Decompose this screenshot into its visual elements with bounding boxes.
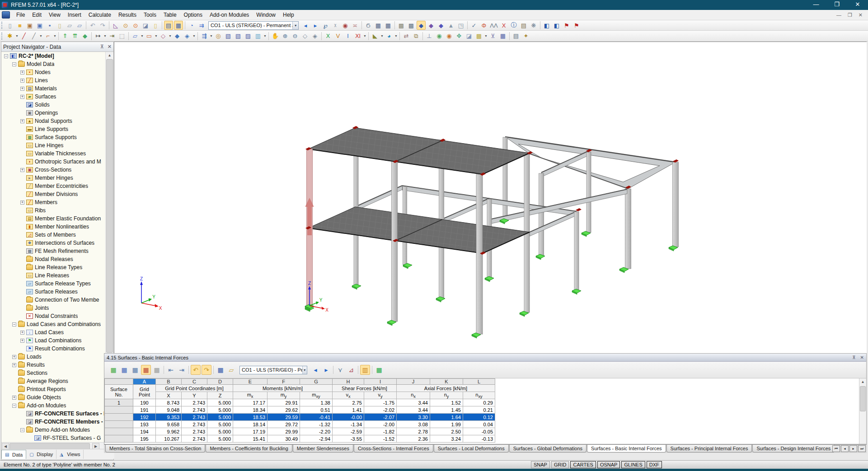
pin-icon[interactable]: ⊼: [852, 355, 855, 360]
tree-item-orthotropic-surfaces-and-m[interactable]: ◗Orthotropic Surfaces and M: [1, 158, 105, 166]
cell[interactable]: 2.743: [182, 421, 207, 428]
doc-icon[interactable]: ▤: [519, 21, 528, 30]
menu-file[interactable]: File: [13, 10, 28, 19]
cell[interactable]: 2.78: [397, 428, 430, 435]
dropdown-arrow-icon[interactable]: ▼: [53, 34, 57, 37]
table-tab-surfaces-design-internal-forces[interactable]: Surfaces - Design Internal Forces: [752, 445, 835, 452]
settings-icon[interactable]: ❋: [529, 21, 538, 30]
row-header[interactable]: [105, 428, 133, 435]
expand-icon[interactable]: +: [20, 119, 24, 123]
quad-icon[interactable]: ◇: [159, 32, 168, 41]
expand-icon[interactable]: +: [12, 396, 16, 400]
cell[interactable]: 2.36: [397, 435, 430, 443]
fe-mesh-icon[interactable]: ▩: [397, 21, 406, 30]
collapse-icon[interactable]: −: [20, 428, 24, 432]
node-select-icon[interactable]: ⇶: [200, 32, 209, 41]
table-row-193[interactable]: 1939.6582.7435.00018.1429.72-1.32-1.34-2…: [105, 421, 495, 428]
expand-icon[interactable]: +: [12, 363, 16, 367]
tree-item-solids[interactable]: ◪Solids: [1, 101, 105, 109]
tree-item-line-hinges[interactable]: ▭Line Hinges: [1, 141, 105, 149]
cell[interactable]: 2.75: [333, 399, 364, 406]
excel-export-icon[interactable]: ▦: [374, 365, 384, 375]
tree-item-lines[interactable]: +╱Lines: [1, 76, 105, 84]
calc-1-icon[interactable]: ◆: [417, 21, 426, 30]
vis-5-icon[interactable]: ◪: [464, 32, 474, 41]
new-file-icon[interactable]: ▯: [5, 21, 14, 30]
collapse-icon[interactable]: −: [12, 322, 16, 326]
select-2-icon[interactable]: ▧: [224, 32, 233, 41]
dim-2-icon[interactable]: ⇥: [108, 32, 117, 41]
max-values-icon[interactable]: ◉: [341, 21, 350, 30]
cell[interactable]: 1.45: [430, 406, 463, 414]
column-letter-F[interactable]: F: [267, 379, 300, 385]
tree-item-load-cases[interactable]: +↓Load Cases: [1, 328, 105, 336]
table-load-case-combo[interactable]: CO1 - ULS (STR/GEO) - Permanent ,▼: [239, 366, 307, 374]
cell[interactable]: 0.21: [463, 406, 495, 414]
menu-insert[interactable]: Insert: [64, 10, 85, 19]
dropdown-arrow-icon[interactable]: ▼: [394, 34, 398, 37]
iso-view-icon[interactable]: ◈: [310, 32, 319, 41]
vis-1-icon[interactable]: ⊥: [425, 32, 434, 41]
cell[interactable]: 2.743: [182, 428, 207, 435]
cell[interactable]: 0.51: [300, 406, 333, 414]
expand-icon[interactable]: +: [12, 355, 16, 359]
info-icon[interactable]: Ⓘ: [509, 21, 518, 30]
row-header[interactable]: [105, 435, 133, 443]
dropdown-arrow-icon[interactable]: ▼: [380, 34, 384, 37]
dropdown-arrow-icon[interactable]: ▼: [103, 34, 107, 37]
table2-icon[interactable]: ▦: [384, 21, 393, 30]
zoom-window-icon[interactable]: ◺: [111, 21, 120, 30]
vis-4-icon[interactable]: ✥: [455, 32, 464, 41]
menu-results[interactable]: Results: [115, 10, 140, 19]
cell[interactable]: -2.20: [300, 428, 333, 435]
menu-table[interactable]: Table: [160, 10, 180, 19]
render-mode-icon[interactable]: ◣: [371, 32, 380, 41]
save-model-icon[interactable]: ▣: [25, 21, 34, 30]
list-1-icon[interactable]: ▤: [511, 32, 521, 41]
tree-item-surface-releases[interactable]: ▱Surface Releases: [1, 288, 105, 296]
cell[interactable]: 3.44: [397, 399, 430, 406]
cell[interactable]: 3.44: [397, 406, 430, 414]
tree-item-member-hinges[interactable]: ▸Member Hinges: [1, 174, 105, 182]
zoom-plus-icon[interactable]: ⊕: [281, 32, 290, 41]
open-folder-icon[interactable]: ■: [15, 21, 24, 30]
select-3-icon[interactable]: ▧: [234, 32, 243, 41]
column-right-4[interactable]: [539, 173, 544, 256]
tree-item-model-data[interactable]: −Model Data: [1, 60, 105, 68]
calc-4-icon[interactable]: ▲: [446, 21, 455, 30]
cell[interactable]: 29.62: [267, 406, 300, 414]
tree-item-surfaces[interactable]: +▰Surfaces: [1, 93, 105, 101]
menu-edit[interactable]: Edit: [28, 10, 45, 19]
cell[interactable]: -2.00: [364, 421, 397, 428]
status-toggle-dxf[interactable]: DXF: [647, 461, 662, 468]
view-x-icon[interactable]: Ⅹ: [324, 32, 333, 41]
dropdown-arrow-icon[interactable]: ▼: [15, 34, 19, 37]
result-values-icon[interactable]: ᵡ: [331, 21, 340, 30]
relations-icon[interactable]: ⊿: [346, 365, 356, 375]
tree-item-line-supports[interactable]: ▬Line Supports: [1, 125, 105, 133]
redo-icon[interactable]: ↷: [98, 21, 107, 30]
status-toggle-glines[interactable]: GLINES: [621, 461, 645, 468]
calc-5-icon[interactable]: ◳: [456, 21, 465, 30]
cell[interactable]: -1.75: [364, 399, 397, 406]
save-all-icon[interactable]: ▣: [35, 21, 44, 30]
collapse-icon[interactable]: −: [12, 62, 16, 66]
restore-button[interactable]: ❐: [826, 0, 847, 10]
cell[interactable]: 29.91: [267, 399, 300, 406]
expand-icon[interactable]: +: [20, 87, 24, 91]
color-bars-icon[interactable]: ▥: [360, 365, 370, 375]
tree-item-loads[interactable]: +Loads: [1, 353, 105, 361]
cell[interactable]: 3.24: [430, 435, 463, 443]
mirror-icon[interactable]: ΛΛ: [489, 21, 498, 30]
expand-icon[interactable]: +: [20, 79, 24, 83]
solid-box-icon[interactable]: ◆: [173, 32, 182, 41]
tab-nav-button[interactable]: ▸: [849, 445, 857, 452]
column-right-2[interactable]: [586, 152, 591, 233]
tree-item-add-on-modules[interactable]: −Add-on Modules: [1, 401, 105, 410]
rotate-view-icon[interactable]: ⊙: [131, 21, 140, 30]
table-show-icon[interactable]: ▤: [164, 21, 173, 30]
clipboard-icon[interactable]: ▯: [55, 21, 64, 30]
redo-table-icon[interactable]: ↷: [202, 365, 211, 375]
win-2-icon[interactable]: ◧: [552, 21, 561, 30]
polyline-icon[interactable]: ⌐: [43, 32, 52, 41]
